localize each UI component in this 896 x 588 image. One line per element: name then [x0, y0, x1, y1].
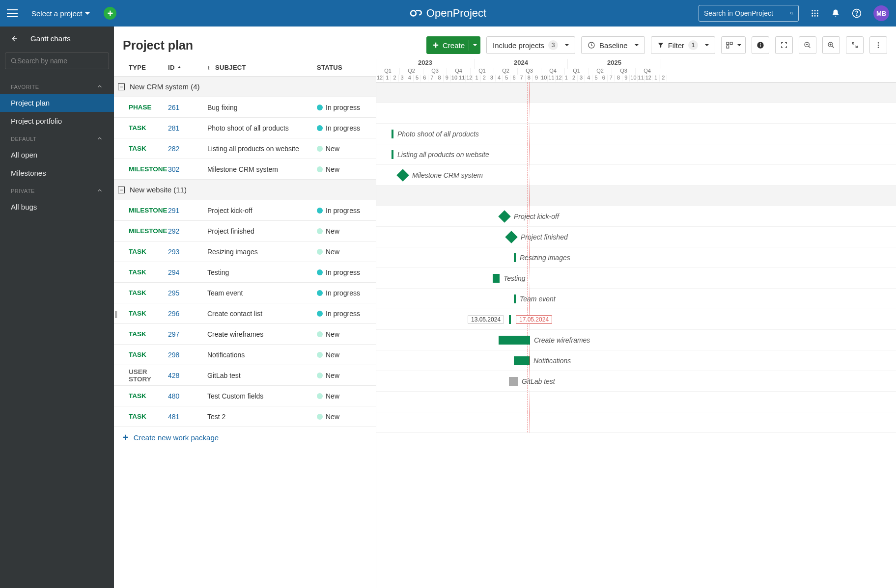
- gantt-element[interactable]: Listing all products on website: [392, 150, 489, 159]
- gantt-element[interactable]: Resizing images: [514, 253, 570, 262]
- search-input[interactable]: [704, 9, 790, 17]
- zoom-in-button[interactable]: [822, 36, 840, 54]
- table-row[interactable]: MILESTONE291Project kick-offIn progress: [114, 200, 376, 221]
- back-nav[interactable]: Gantt charts: [0, 34, 114, 49]
- cell-id[interactable]: 294: [168, 268, 207, 276]
- table-row[interactable]: USER STORY428GitLab testNew: [114, 365, 376, 386]
- cell-subject[interactable]: Testing: [207, 268, 317, 276]
- table-row[interactable]: TASK297Create wireframesNew: [114, 324, 376, 345]
- cell-id[interactable]: 281: [168, 124, 207, 132]
- sidebar-section-header[interactable]: FAVORITE: [0, 78, 114, 94]
- include-projects-button[interactable]: Include projects 3: [486, 36, 575, 54]
- cell-id[interactable]: 298: [168, 351, 207, 359]
- col-id-header[interactable]: ID: [168, 64, 207, 71]
- gantt-element[interactable]: GitLab test: [509, 377, 555, 386]
- menu-icon[interactable]: [7, 9, 18, 17]
- zoom-out-button[interactable]: [799, 36, 816, 54]
- table-row[interactable]: TASK282Listing all products on websiteNe…: [114, 138, 376, 159]
- cell-subject[interactable]: Create contact list: [207, 310, 317, 318]
- gantt-element[interactable]: Team event: [514, 294, 556, 303]
- gantt-milestone[interactable]: [498, 210, 510, 222]
- cell-id[interactable]: 428: [168, 372, 207, 379]
- table-row[interactable]: TASK281Photo shoot of all productsIn pro…: [114, 118, 376, 138]
- create-button[interactable]: + Create: [426, 36, 480, 54]
- table-row[interactable]: TASK298NotificationsNew: [114, 345, 376, 365]
- info-button[interactable]: [752, 36, 769, 54]
- table-row[interactable]: TASK296Create contact listIn progress: [114, 303, 376, 324]
- table-row[interactable]: PHASE261Bug fixingIn progress: [114, 97, 376, 118]
- cell-subject[interactable]: GitLab test: [207, 372, 317, 379]
- cell-subject[interactable]: Notifications: [207, 351, 317, 359]
- cell-id[interactable]: 292: [168, 227, 207, 235]
- cell-id[interactable]: 481: [168, 413, 207, 421]
- collapse-icon[interactable]: −: [118, 83, 125, 90]
- col-subject-header[interactable]: SUBJECT: [207, 64, 317, 71]
- zoom-fit-button[interactable]: [775, 36, 793, 54]
- create-work-package-link[interactable]: + Create new work package: [114, 427, 376, 448]
- cell-id[interactable]: 302: [168, 165, 207, 173]
- table-row[interactable]: TASK481Test 2New: [114, 406, 376, 427]
- sidebar-search-input[interactable]: [17, 57, 104, 65]
- help-icon[interactable]: [852, 8, 862, 18]
- gantt-element[interactable]: Photo shoot of all products: [392, 130, 479, 138]
- cell-id[interactable]: 297: [168, 330, 207, 338]
- collapse-icon[interactable]: −: [118, 187, 125, 193]
- cell-subject[interactable]: Create wireframes: [207, 330, 317, 338]
- gantt-element[interactable]: Notifications: [514, 356, 571, 365]
- cell-subject[interactable]: Test 2: [207, 413, 317, 421]
- more-button[interactable]: [869, 36, 887, 54]
- col-type-header[interactable]: TYPE: [114, 64, 168, 71]
- bell-icon[interactable]: [831, 9, 840, 18]
- fullscreen-button[interactable]: [846, 36, 864, 54]
- cell-subject[interactable]: Photo shoot of all products: [207, 124, 317, 132]
- group-row[interactable]: −New website (11): [114, 180, 376, 200]
- quick-add-button[interactable]: +: [104, 7, 116, 20]
- sidebar-item[interactable]: Project portfolio: [0, 112, 114, 130]
- cell-subject[interactable]: Project finished: [207, 227, 317, 235]
- cell-subject[interactable]: Test Custom fields: [207, 392, 317, 400]
- gantt-element[interactable]: [509, 315, 511, 324]
- apps-icon[interactable]: [811, 9, 819, 18]
- cell-subject[interactable]: Bug fixing: [207, 104, 317, 111]
- settings-dropdown-button[interactable]: [721, 36, 746, 54]
- filter-button[interactable]: Filter 1: [651, 36, 715, 54]
- baseline-button[interactable]: Baseline: [581, 36, 645, 54]
- cell-subject[interactable]: Listing all products on website: [207, 145, 317, 153]
- cell-subject[interactable]: Milestone CRM system: [207, 165, 317, 173]
- cell-status: New: [317, 145, 376, 153]
- table-row[interactable]: TASK480Test Custom fieldsNew: [114, 386, 376, 406]
- gantt-milestone[interactable]: [396, 169, 409, 181]
- table-row[interactable]: TASK295Team eventIn progress: [114, 283, 376, 303]
- cell-id[interactable]: 296: [168, 310, 207, 318]
- cell-subject[interactable]: Team event: [207, 289, 317, 297]
- table-row[interactable]: MILESTONE292Project finishedNew: [114, 221, 376, 241]
- cell-subject[interactable]: Project kick-off: [207, 207, 317, 214]
- sidebar-resize-handle[interactable]: ‖: [114, 307, 118, 321]
- table-row[interactable]: TASK293Resizing imagesNew: [114, 241, 376, 262]
- cell-id[interactable]: 261: [168, 104, 207, 111]
- sidebar-item[interactable]: Project plan: [0, 94, 114, 112]
- group-row[interactable]: −New CRM system (4): [114, 77, 376, 97]
- global-search[interactable]: [699, 5, 799, 22]
- col-status-header[interactable]: STATUS: [317, 64, 376, 71]
- cell-id[interactable]: 480: [168, 392, 207, 400]
- sidebar-section-header[interactable]: DEFAULT: [0, 130, 114, 146]
- sidebar-section-header[interactable]: PRIVATE: [0, 182, 114, 198]
- cell-subject[interactable]: Resizing images: [207, 248, 317, 256]
- gantt-element[interactable]: Testing: [493, 274, 526, 283]
- cell-id[interactable]: 293: [168, 248, 207, 256]
- sidebar-item[interactable]: Milestones: [0, 164, 114, 182]
- table-row[interactable]: MILESTONE302Milestone CRM systemNew: [114, 159, 376, 180]
- cell-id[interactable]: 282: [168, 145, 207, 153]
- avatar[interactable]: MB: [873, 5, 889, 21]
- more-vertical-icon: [874, 41, 882, 49]
- cell-id[interactable]: 295: [168, 289, 207, 297]
- gantt-element[interactable]: Create wireframes: [499, 336, 590, 345]
- table-row[interactable]: TASK294TestingIn progress: [114, 262, 376, 283]
- sidebar-search[interactable]: [5, 53, 109, 69]
- sidebar-item[interactable]: All open: [0, 146, 114, 164]
- cell-id[interactable]: 291: [168, 207, 207, 214]
- project-selector[interactable]: Select a project: [31, 9, 90, 18]
- sidebar-item[interactable]: All bugs: [0, 198, 114, 216]
- gantt-milestone[interactable]: [505, 231, 517, 243]
